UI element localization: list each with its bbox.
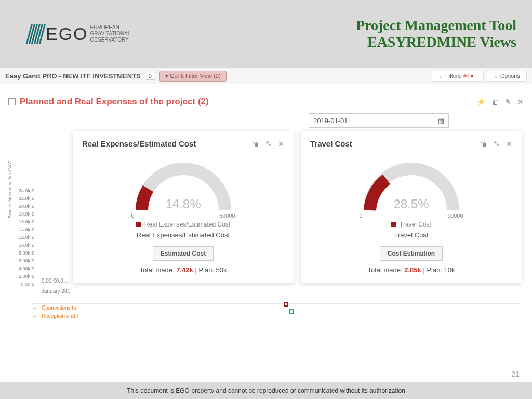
gantt-row[interactable]: →Reception and T — [31, 312, 520, 320]
gauge-sublabel: Travel Cost — [310, 231, 512, 239]
trash-icon[interactable]: 🗑 — [491, 98, 499, 106]
slide-title: Project Management Tool EASYREDMINE View… — [356, 17, 516, 50]
options-button[interactable]: ⌄ Options — [487, 71, 527, 82]
chevron-down-icon: ⌄ — [494, 73, 498, 79]
totals-line: Total made: 2.85k | Plan: 10k — [310, 266, 512, 274]
app-toolbar: Easy Gantt PRO - NEW ITF INVESTMENTS 0 ▾… — [0, 68, 532, 84]
edit-icon[interactable]: ✎ — [265, 140, 272, 148]
cost-estimation-button[interactable]: Cost Estimation — [380, 246, 443, 261]
logo: EGO EUROPEAN GRAVITATIONAL OBSERVATORY — [29, 24, 130, 44]
gauge-sublabel: Real Expenses/Estimated Cost — [82, 231, 284, 239]
trash-icon[interactable]: 🗑 — [480, 140, 487, 148]
trash-icon[interactable]: 🗑 — [252, 140, 259, 148]
page-number: 21 — [511, 370, 520, 378]
arrow-right-icon: → — [32, 313, 37, 319]
card-title: Travel Cost — [310, 139, 352, 148]
edit-icon[interactable]: ✎ — [494, 140, 500, 148]
close-icon[interactable]: ✕ — [506, 140, 512, 148]
totals-line: Total made: 7.42k | Plan: 50k — [82, 266, 284, 274]
estimated-cost-button[interactable]: Estimated Cost — [153, 246, 214, 261]
chevron-down-icon: ⌄ — [438, 73, 443, 79]
close-icon[interactable]: ✕ — [517, 98, 524, 106]
logo-subtitle: EUROPEAN GRAVITATIONAL OBSERVATORY — [90, 24, 131, 43]
gauge-value: 14.8% — [131, 197, 235, 211]
x-tick-jan: January 201 — [42, 288, 70, 294]
gauge-chart: 14.8% — [131, 158, 235, 216]
calendar-icon: ▦ — [438, 117, 444, 125]
gauge-card-expenses: Real Expenses/Estimated Cost 🗑 ✎ ✕ 14.8%… — [73, 131, 294, 283]
bolt-icon[interactable]: ⚡ — [476, 98, 485, 106]
page-title: Easy Gantt PRO - NEW ITF INVESTMENTS — [5, 72, 141, 80]
legend-swatch — [391, 222, 396, 227]
edit-icon[interactable]: ✎ — [505, 98, 511, 106]
gantt-marker — [284, 302, 288, 307]
section-header: Planned and Real Expenses of the project… — [0, 84, 532, 111]
gantt-rows: →Connections to →Reception and T — [31, 303, 520, 320]
arrow-right-icon: → — [32, 305, 37, 311]
gauge-value: 28.5% — [360, 197, 463, 211]
count-badge: 0 — [145, 72, 155, 80]
gantt-row[interactable]: →Connections to — [31, 303, 520, 312]
legend-swatch — [136, 222, 141, 227]
gauge-chart: 28.5% — [360, 158, 463, 216]
logo-text: EGO — [46, 24, 88, 44]
close-icon[interactable]: ✕ — [278, 140, 284, 148]
section-title: Planned and Real Expenses of the project… — [20, 97, 209, 107]
logo-stripes-icon — [29, 24, 43, 44]
gantt-marker — [289, 309, 294, 314]
filter-icon: ▾ — [165, 73, 168, 79]
filters-button[interactable]: ⌄ Filters default — [432, 71, 484, 82]
gauge-card-travel: Travel Cost 🗑 ✎ ✕ 28.5% 0 10000 Travel C… — [301, 131, 522, 283]
slide-header: EGO EUROPEAN GRAVITATIONAL OBSERVATORY P… — [0, 0, 532, 68]
card-title: Real Expenses/Estimated Cost — [82, 139, 196, 148]
date-input[interactable]: 2019-01-01 ▦ — [309, 113, 449, 128]
footer: This document is EGO property and cannot… — [0, 382, 532, 399]
gantt-filter-button[interactable]: ▾ Gantt Filter View (0) — [159, 71, 227, 82]
collapse-icon[interactable] — [8, 98, 16, 105]
